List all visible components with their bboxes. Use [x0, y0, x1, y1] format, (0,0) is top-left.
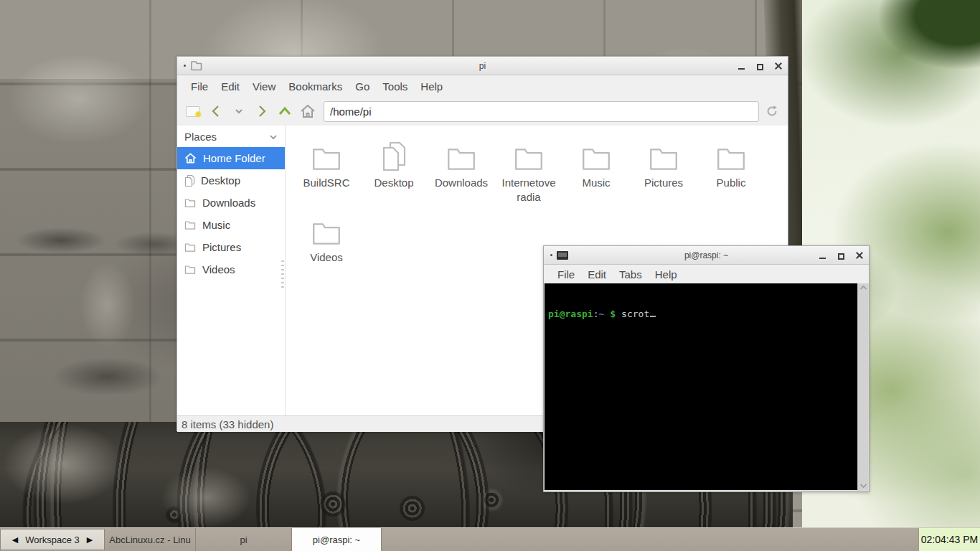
prompt-dollar: $: [610, 309, 616, 319]
sidebar-item-home-folder[interactable]: Home Folder: [177, 147, 285, 169]
file-manager-titlebar[interactable]: pi: [177, 57, 788, 75]
minimize-button[interactable]: [817, 250, 827, 260]
sidebar-item-downloads[interactable]: Downloads: [177, 192, 285, 214]
file-label: BuildSRC: [303, 176, 349, 190]
file-item-buildsrc[interactable]: BuildSRC: [293, 135, 360, 204]
file-item-music[interactable]: Music: [562, 135, 630, 204]
file-manager-toolbar: ✹: [177, 97, 788, 126]
terminal-scrollbar[interactable]: [857, 283, 868, 490]
clock[interactable]: 02:04:43 PM: [918, 528, 980, 551]
close-button[interactable]: [773, 61, 783, 71]
home-button[interactable]: [298, 101, 318, 121]
menu-view[interactable]: View: [246, 75, 282, 97]
task-label: pi@raspi: ~: [313, 534, 360, 545]
minimize-button[interactable]: [736, 61, 746, 71]
task-label: pi: [240, 534, 247, 545]
terminal-menubar: File Edit Tabs Help: [544, 265, 869, 283]
path-input[interactable]: [324, 101, 759, 122]
file-manager-app-icon: [190, 60, 202, 71]
new-tab-button[interactable]: ✹: [183, 101, 203, 121]
file-item-public[interactable]: Public: [697, 135, 765, 204]
chevron-up-icon: [277, 105, 293, 117]
menu-tabs[interactable]: Tabs: [613, 265, 649, 283]
chevron-left-icon: [210, 104, 222, 118]
file-label: Downloads: [435, 176, 488, 190]
menu-help[interactable]: Help: [414, 75, 449, 97]
folder-icon: [445, 145, 478, 172]
typed-command: scrot: [621, 309, 649, 319]
sidebar-item-pictures[interactable]: Pictures: [177, 236, 285, 258]
chevron-down-icon: [234, 108, 244, 115]
clock-text: 02:04:43 PM: [921, 534, 978, 545]
folder-icon: [184, 242, 197, 253]
sidebar-item-music[interactable]: Music: [177, 214, 285, 236]
wallpaper-stone-face: [0, 79, 183, 481]
window-menu-dot[interactable]: [550, 254, 552, 256]
places-sidebar: Places Home Folder Desktop: [177, 126, 286, 415]
sidebar-item-label: Pictures: [202, 241, 241, 253]
terminal-window: pi@raspi: ~ File Edit Tabs Help pi@raspi…: [543, 245, 870, 492]
sidebar-item-label: Desktop: [201, 174, 240, 187]
task-button-pi[interactable]: pi: [196, 528, 292, 551]
file-label: Pictures: [644, 176, 683, 190]
prompt-colon: :: [593, 309, 599, 319]
scroll-down-icon[interactable]: [859, 483, 867, 489]
sidebar-item-videos[interactable]: Videos: [177, 258, 285, 281]
places-header[interactable]: Places: [177, 126, 285, 147]
forward-button[interactable]: [252, 101, 272, 121]
menu-go[interactable]: Go: [349, 75, 376, 97]
taskbar: ◀ Workspace 3 ▶ AbcLinuxu.cz - Linu pi p…: [0, 527, 980, 551]
terminal-screen[interactable]: pi@raspi:~$scrot: [545, 283, 857, 490]
pages-icon: [184, 174, 195, 187]
file-item-pictures[interactable]: Pictures: [630, 135, 697, 204]
window-menu-dot[interactable]: [184, 65, 186, 67]
up-button[interactable]: [275, 101, 295, 121]
reload-button[interactable]: [762, 101, 782, 121]
file-label: Internetove radia: [495, 176, 562, 204]
back-button[interactable]: [206, 101, 226, 121]
folder-icon: [580, 145, 613, 172]
menu-edit[interactable]: Edit: [581, 265, 613, 283]
file-item-downloads[interactable]: Downloads: [428, 135, 495, 204]
terminal-frame: [544, 490, 869, 492]
terminal-prompt-line: pi@raspi:~$scrot: [548, 308, 856, 319]
workspace-switcher[interactable]: ◀ Workspace 3 ▶: [0, 529, 105, 550]
prompt-path: ~: [598, 309, 604, 319]
pages-icon: [382, 141, 406, 172]
folder-icon: [184, 264, 197, 275]
file-label: Public: [717, 176, 746, 190]
sidebar-item-label: Home Folder: [203, 152, 265, 164]
file-item-desktop[interactable]: Desktop: [360, 135, 428, 204]
menu-bookmarks[interactable]: Bookmarks: [282, 75, 349, 97]
task-button-terminal[interactable]: pi@raspi: ~: [292, 528, 382, 551]
history-dropdown-button[interactable]: [229, 101, 249, 121]
sidebar-item-label: Music: [202, 219, 230, 231]
taskbar-spacer: [382, 528, 918, 551]
sidebar-resize-handle[interactable]: [281, 260, 284, 289]
file-item-videos[interactable]: Videos: [293, 209, 360, 265]
maximize-button[interactable]: [836, 250, 846, 260]
new-tab-icon: ✹: [186, 106, 200, 117]
menu-tools[interactable]: Tools: [376, 75, 414, 97]
terminal-titlebar[interactable]: pi@raspi: ~: [544, 246, 869, 265]
places-label: Places: [184, 131, 217, 143]
maximize-button[interactable]: [755, 61, 765, 71]
file-label: Desktop: [374, 176, 413, 190]
workspace-prev-icon[interactable]: ◀: [12, 535, 18, 545]
terminal-body: pi@raspi:~$scrot: [545, 283, 868, 490]
chevron-down-icon: [269, 134, 278, 140]
workspace-label: Workspace 3: [25, 534, 80, 545]
task-button-abclinuxu[interactable]: AbcLinuxu.cz - Linu: [105, 528, 196, 551]
sidebar-item-desktop[interactable]: Desktop: [177, 169, 285, 192]
workspace-next-icon[interactable]: ▶: [87, 535, 93, 545]
folder-icon: [310, 145, 343, 172]
menu-edit[interactable]: Edit: [215, 75, 246, 97]
file-item-internetove-radia[interactable]: Internetove radia: [495, 135, 562, 204]
menu-file[interactable]: File: [184, 75, 215, 97]
scroll-up-icon[interactable]: [859, 285, 867, 291]
menu-file[interactable]: File: [551, 265, 581, 283]
folder-icon: [715, 145, 748, 172]
close-button[interactable]: [854, 250, 864, 260]
menu-help[interactable]: Help: [649, 265, 684, 283]
terminal-app-icon: [557, 251, 568, 260]
